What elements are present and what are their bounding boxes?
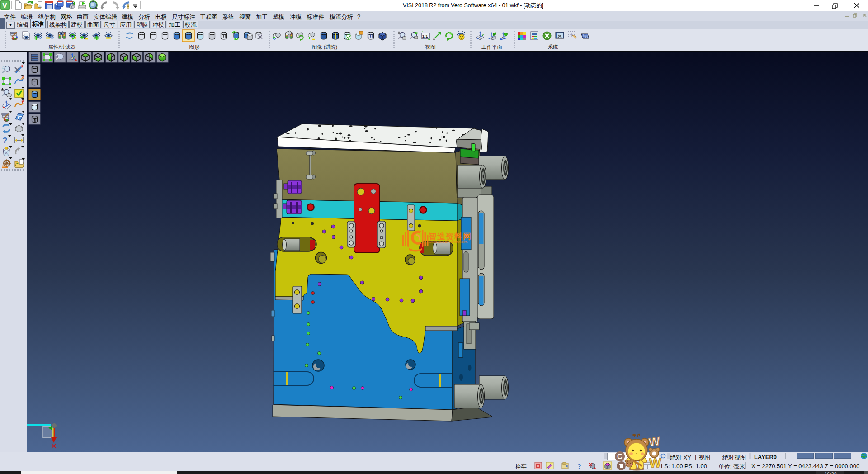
svg-text:W: W [648, 434, 660, 449]
svg-text:V: V [2, 2, 7, 9]
svg-text:W: W [649, 456, 661, 470]
svg-text:WWW.ZHIZAOZILIAO.COM MANUFACTU: WWW.ZHIZAOZILIAO.COM MANUFACTURING DATA [429, 241, 467, 243]
svg-text:1:1: 1:1 [422, 34, 428, 38]
svg-text:?: ? [577, 463, 581, 470]
svg-text:智造资料网: 智造资料网 [428, 232, 472, 241]
svg-text:?: ? [2, 136, 8, 145]
svg-text:C: C [617, 453, 623, 460]
